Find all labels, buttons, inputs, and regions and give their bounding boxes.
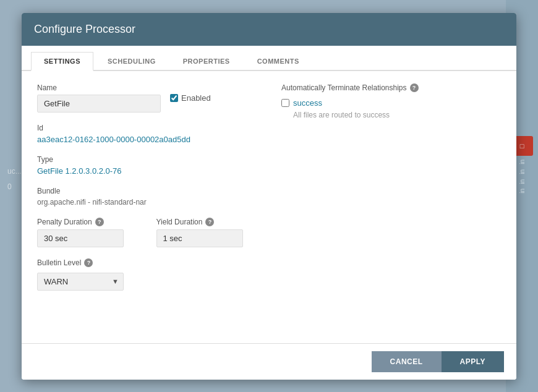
enabled-label: Enabled — [181, 93, 211, 103]
bg-text-0: 0 — [7, 182, 12, 191]
bg-text-uc: uc... — [7, 167, 22, 176]
yield-duration-help-icon[interactable]: ? — [205, 218, 214, 226]
name-input[interactable] — [37, 95, 161, 113]
bulletin-level-field: Bulletin Level ? DEBUG INFO WARN ERROR ▼ — [37, 258, 257, 291]
tab-properties[interactable]: PROPERTIES — [170, 52, 243, 70]
right-panel-label-1: in — [519, 160, 526, 164]
bundle-group: Bundle org.apache.nifi - nifi-standard-n… — [37, 187, 257, 207]
tab-scheduling[interactable]: SCHEDULING — [95, 52, 169, 70]
relationship-success-name: success — [293, 98, 322, 108]
bundle-value: org.apache.nifi - nifi-standard-nar — [37, 198, 257, 207]
bulletin-level-select[interactable]: DEBUG INFO WARN ERROR — [37, 273, 124, 291]
id-group: Id aa3eac12-0162-1000-0000-00002a0ad5dd — [37, 124, 257, 144]
enabled-checkbox[interactable] — [170, 94, 178, 102]
bundle-label: Bundle — [37, 187, 257, 195]
bulletin-level-help-icon[interactable]: ? — [84, 258, 93, 267]
yield-duration-input[interactable] — [156, 229, 243, 247]
modal-footer: CANCEL APPLY — [22, 343, 516, 380]
tabs-container: SETTINGS SCHEDULING PROPERTIES COMMENTS — [22, 46, 516, 71]
auto-terminate-label: Automatically Terminate Relationships ? — [281, 83, 501, 92]
relationship-success-item: success — [281, 98, 501, 108]
cancel-button[interactable]: CANCEL — [372, 351, 442, 372]
yield-duration-field: Yield Duration ? — [156, 218, 257, 247]
right-panel-label-4: in — [519, 189, 526, 194]
modal-header: Configure Processor — [22, 13, 516, 46]
auto-terminate-help-icon[interactable]: ? — [410, 83, 419, 92]
penalty-duration-help-icon[interactable]: ? — [95, 218, 104, 226]
tab-comments[interactable]: COMMENTS — [244, 52, 312, 70]
id-label: Id — [37, 124, 257, 132]
bulletin-level-label: Bulletin Level ? — [37, 258, 257, 267]
tab-settings[interactable]: SETTINGS — [31, 52, 93, 71]
relationship-success-checkbox[interactable] — [281, 99, 289, 107]
settings-grid: Name Enabled Id aa3eac12-0162-1000-0000-… — [37, 83, 501, 302]
right-panel-label-3: in — [519, 179, 526, 184]
relationship-success-desc: All files are routed to success — [293, 111, 501, 119]
apply-button[interactable]: APPLY — [442, 351, 504, 372]
right-panel-label-2: in — [519, 169, 526, 174]
modal-body: SETTINGS SCHEDULING PROPERTIES COMMENTS — [22, 46, 516, 343]
right-column: Automatically Terminate Relationships ? … — [281, 83, 501, 302]
enabled-group: Enabled — [170, 93, 211, 103]
type-label: Type — [37, 155, 257, 164]
penalty-duration-label: Penalty Duration ? — [37, 218, 138, 226]
yield-duration-label: Yield Duration ? — [156, 218, 257, 226]
penalty-duration-input[interactable] — [37, 229, 124, 247]
name-label: Name — [37, 83, 161, 92]
left-column: Name Enabled Id aa3eac12-0162-1000-0000-… — [37, 83, 257, 302]
name-row: Name Enabled — [37, 83, 257, 113]
duration-row: Penalty Duration ? Yield Duration ? — [37, 218, 257, 247]
type-value: GetFile 1.2.0.3.0.2.0-76 — [37, 166, 257, 176]
bulletin-select-wrapper: DEBUG INFO WARN ERROR ▼ — [37, 273, 124, 291]
id-value: aa3eac12-0162-1000-0000-00002a0ad5dd — [37, 135, 257, 144]
type-group: Type GetFile 1.2.0.3.0.2.0-76 — [37, 155, 257, 176]
modal-title: Configure Processor — [34, 23, 135, 35]
settings-content: Name Enabled Id aa3eac12-0162-1000-0000-… — [22, 71, 516, 343]
penalty-duration-field: Penalty Duration ? — [37, 218, 138, 247]
name-field-group: Name — [37, 83, 161, 113]
configure-processor-dialog: Configure Processor SETTINGS SCHEDULING … — [22, 13, 516, 380]
